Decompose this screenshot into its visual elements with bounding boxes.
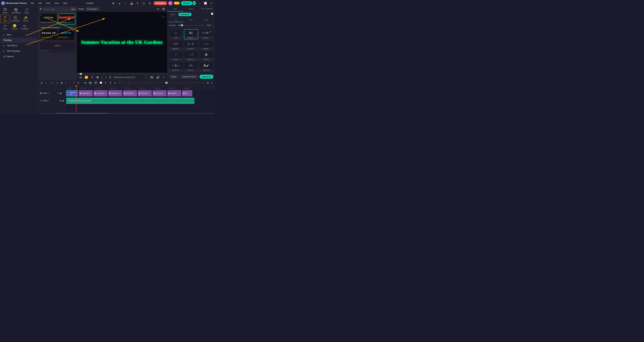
nav-tab-media[interactable]: 🎞 Media <box>0 7 10 15</box>
duration-slider[interactable] <box>178 25 205 26</box>
video-clip-5[interactable]: 🖼 uk-winter-li... <box>138 90 152 96</box>
menu-view[interactable]: View <box>53 1 60 5</box>
similar-card-shake[interactable]: SHAKE UP ♥ + Neon Motion V... <box>41 30 57 40</box>
camera-button[interactable]: 📷 <box>149 75 154 79</box>
rewind-button[interactable]: ⏮ <box>78 76 83 79</box>
sidebar-item-title-templates[interactable]: ▶ Title Templates <box>1 48 37 54</box>
download-icon[interactable]: ⬇ <box>135 1 140 6</box>
nav-tab-audio[interactable]: 🎵 Audio <box>22 7 32 15</box>
headphone-icon[interactable]: 🎧 <box>141 1 146 6</box>
menu-file[interactable]: File <box>29 1 35 5</box>
audio-button[interactable]: ♪ <box>69 81 72 85</box>
anim-tab-out[interactable]: Out <box>184 18 198 22</box>
title-card-raindrop[interactable]: RAINDROP ♥ Neon Motion VFX Titl... <box>58 14 75 24</box>
more-tl[interactable]: ▾ <box>210 81 213 85</box>
effect-fade1[interactable]: A Fade1 <box>169 51 183 61</box>
panel-settings-icon[interactable]: ⬜ <box>211 13 213 16</box>
nav-tab-titles[interactable]: T Titles <box>0 15 10 23</box>
video-clip-6[interactable]: 🖼 new yeary-... <box>152 90 166 96</box>
video-track-lock[interactable]: 🔒 <box>60 92 62 94</box>
close-button[interactable]: ✕ <box>209 2 213 5</box>
title-card-shattered[interactable]: VЯIDЯOB ♥ + Shattered Glass VFX Ti... <box>40 14 57 24</box>
select-tool[interactable]: ↖ <box>44 81 48 85</box>
purchase-button[interactable]: Purchase <box>154 1 167 5</box>
device-icon[interactable]: 📱 <box>123 1 128 6</box>
similar-card-aqua[interactable]: AQUATYPE ♥ ⬇ Neon Motion V... <box>58 30 74 40</box>
split-button[interactable]: ⚙ <box>108 75 112 79</box>
nav-tab-stickers[interactable]: 😊 Stickers <box>10 23 19 31</box>
sub-tab-animation[interactable]: Animation <box>178 13 192 16</box>
mic-button[interactable]: 🎙 <box>104 81 108 85</box>
transition2-button[interactable]: ⇄ <box>113 81 117 85</box>
export-button[interactable]: Export <box>181 1 192 5</box>
zoom-slider[interactable] <box>132 82 202 83</box>
add-track-button[interactable]: ⊞ <box>40 81 44 85</box>
video-track-eye[interactable]: 👁 <box>57 92 59 94</box>
menu-tools[interactable]: Tools <box>44 1 52 5</box>
cloud-icon[interactable]: ☁ <box>117 1 122 6</box>
progress-thumb[interactable] <box>80 73 82 75</box>
effect-appearing[interactable]: AA Appearin... <box>169 40 183 50</box>
auto-save-icon[interactable]: ⚡ <box>111 1 116 6</box>
grid-view-button[interactable]: ⊞ <box>156 7 160 11</box>
video-clip-3[interactable]: 🖼 national-po... <box>108 90 122 96</box>
right-tab-tts[interactable]: Text To Speech <box>199 6 215 12</box>
sidebar-item-title-effects[interactable]: ▶ Title Effects <box>1 43 37 48</box>
video-clip-4[interactable]: 🖼 athelhampt... <box>123 90 137 96</box>
effect-jumpfrom[interactable]: A↓A Jump fro... <box>184 40 198 50</box>
nav-tab-stock-media[interactable]: 📷 Stock Media <box>10 7 22 15</box>
grid-icon[interactable]: ⊞ <box>148 1 152 6</box>
audio-track-mute[interactable]: 🔊 <box>59 100 61 102</box>
advanced-button[interactable]: Advanced <box>200 75 213 79</box>
menu-help[interactable]: Help <box>62 1 68 5</box>
redo-button[interactable]: ↪ <box>55 81 59 85</box>
undo-button[interactable]: ↩ <box>51 81 54 85</box>
more-tools[interactable]: ≫ <box>76 81 80 85</box>
nav-tab-filters[interactable]: ⊙ Filters <box>0 23 10 31</box>
sub-tab-basic[interactable]: Basic <box>169 13 177 16</box>
video-track-more[interactable]: ⋯ <box>62 92 64 94</box>
title-card-extra1[interactable]: NEON Neon Glow Ti... <box>40 42 75 53</box>
effect-none[interactable]: ⊘ None <box>169 29 183 39</box>
effect-zoomin[interactable]: A Zoom in <box>199 51 213 61</box>
user-avatar[interactable] <box>168 1 172 5</box>
image-view-button[interactable]: 🖼 <box>162 7 166 11</box>
audio-track-lock[interactable]: 🔒 <box>62 100 64 102</box>
grid-view-tl[interactable]: ⊞ <box>206 81 210 85</box>
camera2-button[interactable]: 📷 <box>88 81 93 85</box>
effect-typewrite1[interactable]: A| Typewrit... <box>184 29 198 39</box>
mark-in-button[interactable]: { <box>101 76 103 79</box>
fullscreen-button[interactable]: ⛶ <box>144 76 148 79</box>
zoom-out-tl[interactable]: — <box>127 81 131 85</box>
clip-settings[interactable]: 🎬 <box>93 81 98 85</box>
video-clip-7[interactable]: 🖼 moelfryn... <box>167 90 181 96</box>
effect-zoomin1[interactable]: ↖A↘ Zoom in 1 <box>169 62 183 72</box>
video-clip-8[interactable]: 🖼 Blo... <box>182 90 192 96</box>
filter-dropdown[interactable]: All ▾ <box>70 8 76 11</box>
text-button[interactable]: T <box>72 81 76 85</box>
effect-zoominmore[interactable]: AAA Zoom in ... <box>184 62 198 72</box>
scrollbar-track[interactable] <box>39 113 214 114</box>
record-button[interactable]: ⏺ <box>83 81 88 85</box>
quality-select[interactable]: Full Quality ▾ <box>86 7 100 11</box>
stop-button[interactable]: ⏹ <box>95 76 100 79</box>
volume-button[interactable]: 🔊 <box>156 75 160 79</box>
more-link[interactable]: More > <box>69 27 74 28</box>
delete-button[interactable]: 🗑 <box>60 81 64 85</box>
playhead[interactable] <box>76 86 76 113</box>
duration-thumb[interactable] <box>181 24 183 26</box>
sidebar-item-trending[interactable]: Trending <box>1 38 37 43</box>
multi-track[interactable]: 🎚 <box>108 81 113 85</box>
keyframe-panel-button[interactable]: Keyframe Panel <box>180 75 199 79</box>
effect-typewrite2[interactable]: AAA↗ Typewrit... <box>199 29 213 39</box>
pause-button[interactable]: ⏸ <box>90 76 94 79</box>
crop-button[interactable]: ⬚ <box>122 81 126 85</box>
sidebar-item-ai-captions[interactable]: AI Captions <box>1 54 37 59</box>
maximize-button[interactable]: ⬜ <box>203 2 208 5</box>
frame-back-button[interactable]: ⏪ <box>84 75 89 79</box>
mark-out-button[interactable]: } <box>104 76 107 79</box>
subtitle-button[interactable]: 💬 <box>98 81 103 85</box>
effect-zoomout[interactable]: A↙ Zoom out <box>199 62 213 72</box>
right-tab-video[interactable]: Video <box>183 6 199 12</box>
minimize-button[interactable]: — <box>197 2 202 5</box>
